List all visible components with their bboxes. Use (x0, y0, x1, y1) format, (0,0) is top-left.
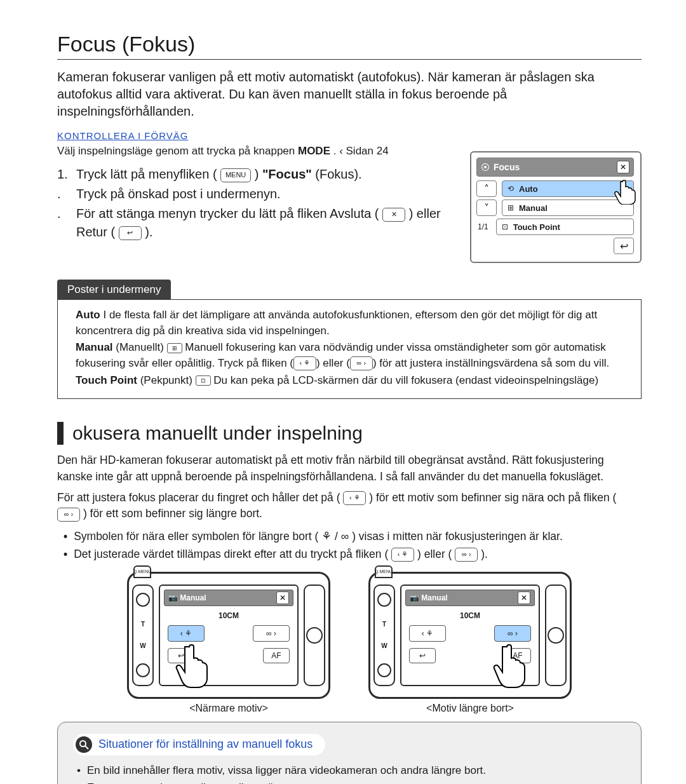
lcd-item-touchpoint[interactable]: ⊡ Touch Point (496, 219, 634, 235)
camera-icon: 📷 (410, 593, 419, 602)
focus-near-button[interactable]: ‹ ⚘ (409, 625, 446, 642)
focus-near-chip[interactable]: ‹ ⚘ (343, 491, 366, 505)
zoom-rocker[interactable]: T W (132, 585, 154, 686)
touchpoint-mode-icon: ⊡ (196, 375, 211, 386)
close-chip[interactable]: ✕ (382, 208, 405, 222)
camera-caption: <Närmare motiv> (189, 703, 268, 714)
lcd-item-label: Manual (519, 203, 548, 213)
camera-icon: 📷 (168, 593, 178, 602)
manual-mode-icon: ⊞ (167, 343, 182, 353)
return-button[interactable]: ↩ (614, 238, 634, 254)
return-button[interactable]: ↩ (168, 648, 194, 663)
p2-text: För att justera fokus placerar du fingre… (57, 491, 340, 504)
situation-item: En bild innehåller flera motiv, vissa li… (87, 762, 486, 779)
focus-far-button[interactable]: ∞ › (253, 625, 290, 642)
camera-illustration-far: Q.MENU T W 📷 Manual ✕ 10CM ‹ ⚘ (368, 572, 572, 699)
situations-pill: Situationer för inställning av manuell f… (73, 734, 325, 755)
camera-caption: <Motiv längre bort> (426, 703, 514, 714)
scroll-up-button[interactable]: ˄ (476, 180, 497, 197)
zoom-rocker[interactable]: T W (373, 585, 395, 686)
submenu-name: Manual (76, 341, 113, 353)
focus-far-chip[interactable]: ∞ › (57, 508, 80, 522)
intro-paragraph: Kameran fokuserar vanligen på ett motiv … (57, 69, 642, 120)
steps-list: 1. Tryck lätt på menyfliken ( MENU ) "Fo… (57, 164, 459, 243)
step-text: ) (255, 167, 262, 181)
lcd-title-bar: ⦿ Focus ✕ (476, 158, 634, 177)
zoom-tele-label: T (141, 621, 145, 628)
symbol-text: ⚘ / ∞ (321, 530, 349, 543)
step-text: ). (145, 225, 152, 239)
submenu-paren: (Pekpunkt) (137, 374, 196, 386)
lcd-title-icon: ⦿ (481, 162, 490, 172)
step-number: . (57, 205, 70, 241)
auto-icon: ⟲ (508, 184, 514, 193)
situations-box: Situationer för inställning av manuell f… (57, 722, 642, 784)
bullet-list: Symbolen för nära eller symbolen för län… (57, 527, 642, 563)
focus-far-chip[interactable]: ∞ › (455, 548, 478, 562)
submenu-text: I de flesta fall är det lämpligare att a… (76, 309, 597, 337)
return-chip[interactable]: ↩ (119, 226, 142, 240)
step-focus-quote: "Focus" (262, 167, 312, 181)
focus-near-chip[interactable]: ‹ ⚘ (293, 356, 316, 370)
submenu-box: Auto I de flesta fall är det lämpligare … (57, 299, 642, 399)
step-text: Tryck på önskad post i undermenyn. (76, 185, 281, 203)
step-text: För att stänga menyn trycker du lätt på … (76, 206, 379, 220)
focus-near-button[interactable]: ‹ ⚘ (168, 625, 205, 642)
submenu-name: Auto (76, 309, 100, 321)
zoom-wide-label: W (381, 642, 387, 649)
section-title: okusera manuellt under inspelning (72, 422, 363, 444)
af-button[interactable]: AF (504, 648, 531, 663)
step-number: . (57, 185, 70, 203)
focus-near-chip[interactable]: ‹ ⚘ (391, 548, 414, 562)
bullet-icon: • (77, 779, 81, 784)
camera-screen: 📷 Manual ✕ 10CM ‹ ⚘ ∞ › ↩ AF (400, 585, 540, 686)
situations-list: •En bild innehåller flera motiv, vissa l… (73, 762, 626, 784)
pointing-hand-icon (611, 177, 644, 205)
page-title: Focus (Fokus) (57, 32, 642, 60)
magnifier-icon (76, 736, 92, 753)
bullet-text: Det justerade värdet tillämpas direkt ef… (74, 548, 388, 560)
screen-title: Manual (421, 593, 447, 602)
svg-point-0 (80, 741, 86, 747)
pre-step-after: . ‹ Sidan 24 (333, 145, 389, 157)
bullet-text: ) eller ( (417, 548, 452, 560)
camera-illustration-near: Q.MENU T W 📷 Manual ✕ 10CM ‹ ⚘ (127, 572, 330, 699)
lcd-item-label: Auto (519, 184, 538, 194)
close-icon[interactable]: ✕ (276, 591, 289, 604)
section2-p1: Den här HD-kameran fokuserar automatiskt… (57, 452, 642, 485)
focus-distance: 10CM (405, 611, 535, 620)
close-icon[interactable]: ✕ (617, 161, 629, 173)
lcd-item-label: Touch Point (513, 222, 560, 232)
submenu-name: Touch Point (76, 374, 137, 386)
zoom-tele-label: T (382, 621, 386, 628)
focus-far-chip[interactable]: ∞ › (350, 356, 373, 370)
focus-far-button[interactable]: ∞ › (494, 625, 531, 642)
p2-text: ) för ett motiv som befinner sig nära oc… (369, 491, 616, 504)
right-dial[interactable] (304, 585, 325, 686)
manual-icon: ⊞ (508, 203, 514, 212)
qmenu-label: Q.MENU (133, 565, 151, 578)
zoom-wide-label: W (140, 642, 145, 649)
bullet-text: ). (481, 548, 488, 560)
return-button[interactable]: ↩ (409, 648, 436, 663)
situation-item: En person omgiven av dimma eller snö. (87, 779, 277, 784)
focus-distance: 10CM (164, 611, 293, 620)
af-button[interactable]: AF (263, 648, 290, 663)
step-number: 1. (57, 165, 70, 184)
section-bar-icon (57, 422, 64, 445)
submenu-text: ) för att justera inställningsvärdena så… (373, 357, 609, 369)
qmenu-label: Q.MENU (375, 565, 393, 578)
step-text: Tryck lätt på menyfliken ( (76, 167, 217, 181)
mode-label: MODE (298, 145, 330, 157)
menu-chip[interactable]: MENU (220, 168, 251, 182)
close-icon[interactable]: ✕ (518, 591, 530, 604)
section2-p2: För att justera fokus placerar du fingre… (57, 490, 642, 522)
right-dial[interactable] (545, 585, 567, 686)
screen-title: Manual (180, 593, 206, 602)
scroll-down-button[interactable]: ˅ (476, 199, 497, 216)
svg-line-1 (85, 746, 88, 749)
lcd-preview: ⦿ Focus ✕ ˄ ⟲ Auto ˅ ⊞ Manual (470, 151, 642, 263)
pre-step-before: Välj inspelningsläge genom att trycka på… (57, 145, 298, 157)
lcd-page-indicator: 1/1 (476, 222, 488, 231)
touchpoint-icon: ⊡ (502, 222, 508, 231)
